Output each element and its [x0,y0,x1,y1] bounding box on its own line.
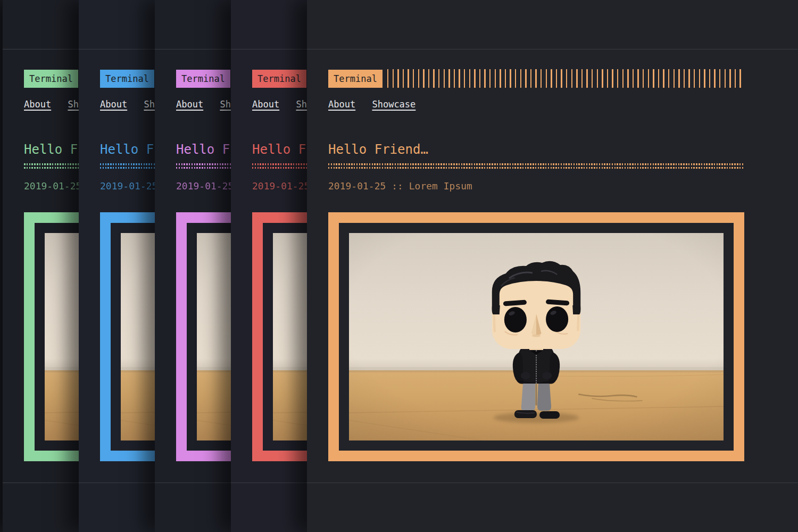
terminal-theme-showcase: Terminal About Showcase Hello Friend… 20… [0,0,798,532]
site-logo[interactable]: Terminal [328,70,383,88]
top-divider [307,49,798,49]
theme-panel-orange: Terminal About Showcase Hello Friend… 20… [307,0,798,532]
nav-link-about[interactable]: About [100,99,127,110]
post-title[interactable]: Hello Friend… [328,142,428,157]
post-image-frame [328,212,744,461]
post-meta: 2019-01-25 :: Lorem Ipsum [328,180,472,192]
site-nav: About Showcase [328,99,427,110]
dotted-separator [328,163,744,169]
bottom-divider [307,483,798,483]
site-logo[interactable]: Terminal [100,70,154,88]
nav-link-about[interactable]: About [328,99,355,110]
site-logo[interactable]: Terminal [252,70,306,88]
nav-link-about[interactable]: About [252,99,279,110]
funko-figure-photo [349,233,724,440]
nav-link-about[interactable]: About [24,99,51,110]
nav-link-about[interactable]: About [176,99,203,110]
nav-link-showcase[interactable]: Showcase [372,99,415,110]
site-logo[interactable]: Terminal [176,70,230,88]
header-stripes-decoration [387,69,744,88]
site-logo[interactable]: Terminal [24,70,78,88]
